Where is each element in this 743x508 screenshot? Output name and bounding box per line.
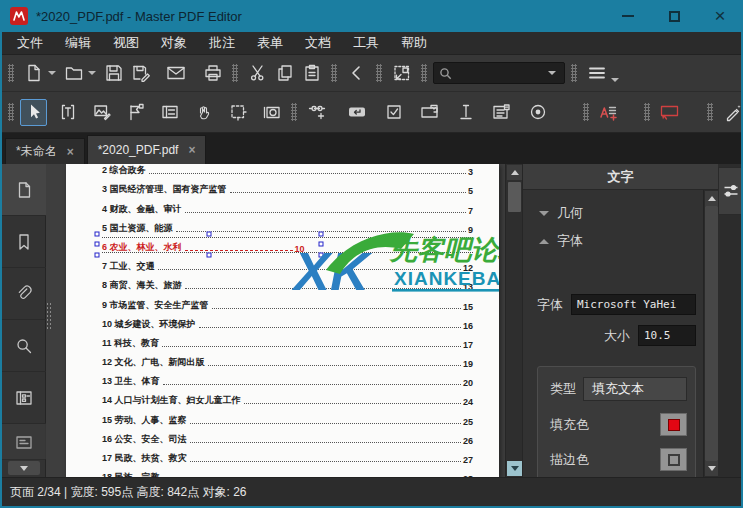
type-dropdown[interactable]: 填充文本 [583, 377, 687, 401]
snapshot-tool-button[interactable] [258, 99, 285, 126]
search-dropdown-icon[interactable] [548, 71, 556, 75]
toc-row-9[interactable]: 9 市场监管、安全生产监管15 [102, 292, 473, 311]
paste-button[interactable] [298, 60, 325, 87]
panel-scrollbar[interactable] [703, 190, 718, 477]
toolbar-grip[interactable] [421, 64, 427, 82]
add-checkbox-tool-button[interactable] [380, 99, 407, 126]
menu-item-4[interactable]: 批注 [198, 32, 246, 54]
sidebar-comments[interactable] [2, 424, 46, 460]
toolbar-grip[interactable] [331, 64, 337, 82]
font-size-field[interactable]: 10.5 [638, 325, 696, 346]
sidebar-page-thumbnails[interactable] [2, 164, 46, 216]
toolbar-grip[interactable] [376, 64, 382, 82]
selection-handle[interactable] [319, 242, 324, 247]
toc-row-3[interactable]: 3 国民经济管理、国有资产监管5 [102, 177, 473, 196]
font-name-field[interactable]: Microsoft YaHei [571, 294, 696, 315]
tab-2020-pdf[interactable]: *2020_PDF.pdf × [87, 135, 207, 164]
toolbar-grip[interactable] [707, 103, 713, 121]
selection-handle[interactable] [207, 231, 212, 236]
tab-close-icon[interactable]: × [188, 143, 195, 157]
toc-row-4[interactable]: 4 财政、金融、审计7 [102, 196, 473, 215]
main-menu-button[interactable] [583, 60, 610, 87]
hand-pan-tool-button[interactable] [190, 99, 217, 126]
toc-row-8[interactable]: 8 商贸、海关、旅游13 [102, 273, 473, 292]
new-document-dropdown-icon[interactable] [48, 71, 56, 75]
open-file-button[interactable] [60, 60, 87, 87]
new-document-button[interactable] [20, 60, 47, 87]
search-input[interactable] [453, 65, 547, 81]
toolbar-grip[interactable] [571, 64, 577, 82]
save-as-button[interactable] [127, 60, 154, 87]
add-listbox-tool-button[interactable] [488, 99, 515, 126]
scroll-up-button[interactable] [507, 165, 522, 180]
toc-row-16[interactable]: 16 公安、安全、司法26 [102, 427, 473, 446]
toc-row-12[interactable]: 12 文化、广电、新闻出版19 [102, 350, 473, 369]
toolbar-grip[interactable] [8, 64, 14, 82]
sidebar-search[interactable] [2, 320, 46, 372]
selection-handle[interactable] [95, 252, 100, 257]
add-radio-button-tool-button[interactable] [524, 99, 551, 126]
toolbar-grip[interactable] [8, 103, 14, 121]
menu-item-5[interactable]: 表单 [246, 32, 294, 54]
edit-image-tool-button[interactable] [88, 99, 115, 126]
add-button-tool-button[interactable] [343, 99, 370, 126]
toolbar-grip[interactable] [232, 64, 238, 82]
sidebar-bookmarks[interactable] [2, 216, 46, 268]
toc-row-15[interactable]: 15 劳动、人事、监察25 [102, 407, 473, 426]
stamp-pen-tool-button[interactable] [719, 99, 743, 126]
menu-item-7[interactable]: 工具 [342, 32, 390, 54]
menu-item-6[interactable]: 文档 [294, 32, 342, 54]
stroke-color-button[interactable] [660, 448, 687, 471]
menu-item-8[interactable]: 帮助 [390, 32, 438, 54]
selection-handle[interactable] [319, 231, 324, 236]
copy-button[interactable] [271, 60, 298, 87]
select-tool-button[interactable] [20, 99, 47, 126]
toc-row-11[interactable]: 11 科技、教育17 [102, 331, 473, 350]
pdf-page[interactable]: 2 综合政务33 国民经济管理、国有资产监管54 财政、金融、审计75 国土资源… [66, 164, 499, 477]
properties-tab[interactable] [718, 167, 743, 215]
edit-form-tool-button[interactable] [156, 99, 183, 126]
scrollbar-thumb[interactable] [508, 182, 521, 212]
fill-color-button[interactable] [660, 413, 687, 436]
tab-untitled[interactable]: *未命名 × [5, 138, 85, 164]
sidebar-scroll-down-button[interactable] [8, 461, 40, 475]
toolbar-grip[interactable] [291, 103, 297, 121]
menu-item-1[interactable]: 编辑 [54, 32, 102, 54]
scroll-down-button[interactable] [507, 461, 522, 476]
email-button[interactable] [162, 60, 189, 87]
menu-item-3[interactable]: 对象 [150, 32, 198, 54]
toc-row-2[interactable]: 2 综合政务3 [102, 164, 473, 177]
edit-text-tool-button[interactable] [54, 99, 81, 126]
sidebar-form-fields[interactable] [2, 372, 46, 424]
edit-path-tool-button[interactable] [122, 99, 149, 126]
tab-close-icon[interactable]: × [67, 145, 74, 159]
selection-box[interactable] [97, 234, 321, 255]
search-box[interactable] [433, 62, 565, 84]
maximize-button[interactable] [651, 0, 697, 32]
toc-row-10[interactable]: 10 城乡建设、环境保护16 [102, 312, 473, 331]
selection-handle[interactable] [95, 242, 100, 247]
scroll-up-button[interactable] [705, 191, 718, 206]
scroll-down-button[interactable] [705, 461, 718, 476]
toc-row-14[interactable]: 14 人口与计划生育、妇女儿童工作24 [102, 388, 473, 407]
fit-page-button[interactable] [388, 60, 415, 87]
toc-row-13[interactable]: 13 卫生、体育20 [102, 369, 473, 388]
open-file-dropdown-icon[interactable] [88, 71, 96, 75]
toc-row-7[interactable]: 7 工业、交通12 [102, 254, 473, 273]
toolbar-grip[interactable] [583, 103, 589, 121]
selection-handle[interactable] [95, 231, 100, 236]
document-scrollbar[interactable] [505, 164, 522, 477]
back-button[interactable] [343, 60, 370, 87]
select-area-tool-button[interactable] [224, 99, 251, 126]
save-button[interactable] [100, 60, 127, 87]
add-text-field-tool-button[interactable] [452, 99, 479, 126]
toc-row-5[interactable]: 5 国土资源、能源9 [102, 216, 473, 235]
menu-item-0[interactable]: 文件 [6, 32, 54, 54]
annotate-rectangle-tool-button[interactable] [656, 99, 683, 126]
sidebar-attachments[interactable] [2, 268, 46, 320]
section-geometry[interactable]: 几何 [539, 204, 696, 222]
toc-row-6[interactable]: 6 农业、林业、水利10 [102, 235, 473, 254]
toc-row-18[interactable]: 18 民族、宗教28 [102, 465, 473, 477]
cut-button[interactable] [244, 60, 271, 87]
panel-splitter[interactable] [46, 302, 51, 330]
